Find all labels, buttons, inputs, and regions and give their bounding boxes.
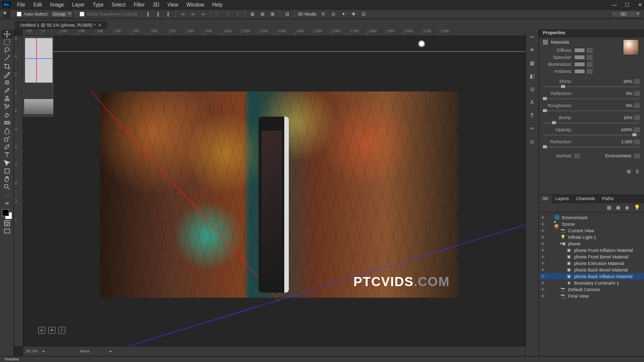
canvas[interactable]: PTCVIDS.COM ⊕ ✥ ⇕ xyxy=(23,36,525,346)
texture-folder-icon[interactable] xyxy=(587,62,593,67)
dodge-tool[interactable] xyxy=(2,135,13,143)
menu-help[interactable]: Help xyxy=(208,1,227,9)
visibility-eye-icon[interactable] xyxy=(541,248,548,253)
value-slider[interactable] xyxy=(543,97,640,101)
quickmask-tool[interactable] xyxy=(2,219,13,227)
visibility-eye-icon[interactable] xyxy=(541,222,548,227)
texture-folder-icon[interactable] xyxy=(634,115,640,120)
color-swatch[interactable] xyxy=(574,69,585,74)
visibility-eye-icon[interactable] xyxy=(541,254,548,259)
tree-row[interactable]: ◐Boundary Constraint 1 xyxy=(539,280,644,286)
tree-row[interactable]: 💡Infinite Light 1 xyxy=(539,234,644,240)
texture-folder-icon[interactable] xyxy=(587,55,593,60)
secondary-view[interactable] xyxy=(23,36,53,117)
marquee-tool[interactable] xyxy=(2,38,13,46)
edit-toolbar[interactable]: ⋯ xyxy=(2,191,13,199)
prop-value[interactable]: 0% xyxy=(615,103,632,108)
screenmode-tool[interactable] xyxy=(2,227,13,235)
arrange-icon[interactable]: ⊟ xyxy=(283,10,291,18)
hand-tool[interactable] xyxy=(2,175,13,183)
material-preview-sphere[interactable] xyxy=(623,39,639,55)
value-slider[interactable] xyxy=(543,109,640,113)
color-panel-icon[interactable]: 👁 xyxy=(528,45,537,54)
filter-mesh-icon[interactable]: ▣ xyxy=(616,205,622,211)
show-transform-checkbox[interactable] xyxy=(79,12,85,17)
visibility-eye-icon[interactable] xyxy=(541,215,548,220)
tree-row[interactable]: 📷Final View xyxy=(539,293,644,299)
env-folder-icon[interactable] xyxy=(634,153,640,158)
tab-close-icon[interactable]: × xyxy=(99,23,101,28)
workspace-dropdown[interactable]: 3D xyxy=(611,11,641,18)
orbit-icon[interactable]: ↻ xyxy=(319,10,328,18)
dolly-widget-icon[interactable]: ⇕ xyxy=(58,327,65,334)
tree-row[interactable]: ▣phone Back Bevel Material xyxy=(539,266,644,273)
pan-icon[interactable]: ✦ xyxy=(340,10,348,18)
menu-file[interactable]: File xyxy=(13,1,29,9)
close-button[interactable]: ✕ xyxy=(634,1,642,9)
history-panel-icon[interactable]: ↩ xyxy=(528,32,537,41)
align-left-icon[interactable]: ‖ xyxy=(144,10,152,18)
gradient-tool[interactable] xyxy=(2,119,13,127)
visibility-eye-icon[interactable] xyxy=(541,267,548,273)
maximize-button[interactable]: ☐ xyxy=(621,1,629,9)
visibility-eye-icon[interactable] xyxy=(541,274,548,279)
prop-value[interactable]: 1.000 xyxy=(615,139,632,144)
prop-value[interactable]: 100% xyxy=(615,127,632,132)
tab-paths[interactable]: Paths xyxy=(599,195,617,203)
tree-row[interactable]: 📷Default Camera xyxy=(539,286,644,293)
auto-align-icon[interactable]: ⊞ xyxy=(249,10,257,18)
texture-folder-icon[interactable] xyxy=(587,69,593,74)
tab-channels[interactable]: Channels xyxy=(573,195,599,203)
styles-panel-icon[interactable]: ⊟ xyxy=(528,84,537,94)
visibility-eye-icon[interactable] xyxy=(541,287,548,292)
align-top-icon[interactable]: ═ xyxy=(179,10,187,18)
group-dropdown[interactable]: Group xyxy=(50,11,73,18)
visibility-eye-icon[interactable] xyxy=(541,235,548,240)
menu-type[interactable]: Type xyxy=(89,1,108,9)
scale-icon[interactable]: ⊡ xyxy=(360,10,368,18)
zoom-tool[interactable] xyxy=(2,183,13,191)
menu-layer[interactable]: Layer xyxy=(68,1,89,9)
zoom-value[interactable]: 55.1% xyxy=(26,349,38,353)
history-brush-tool[interactable] xyxy=(2,103,13,111)
align-bottom-icon[interactable]: ═ xyxy=(199,10,207,18)
3d-axis-widget[interactable]: ⊕ ✥ ⇕ xyxy=(38,327,65,334)
color-swatch[interactable] xyxy=(574,62,585,67)
menu-select[interactable]: Select xyxy=(108,1,130,9)
type-tool[interactable] xyxy=(2,151,13,159)
filter-material-icon[interactable]: ◉ xyxy=(625,205,631,211)
roll-icon[interactable]: ⊙ xyxy=(330,10,338,18)
texture-folder-icon[interactable] xyxy=(587,48,593,53)
eraser-tool[interactable] xyxy=(2,111,13,119)
visibility-eye-icon[interactable] xyxy=(541,228,548,233)
normal-folder-icon[interactable] xyxy=(574,153,580,158)
pen-tool[interactable] xyxy=(2,143,13,151)
value-slider[interactable] xyxy=(543,85,640,89)
distribute-icon[interactable]: ⋮ xyxy=(234,10,242,18)
auto-align3-icon[interactable]: ⊞ xyxy=(269,10,277,18)
menu-3d[interactable]: 3D xyxy=(149,1,164,9)
pan-widget-icon[interactable]: ✥ xyxy=(48,327,55,334)
prop-value[interactable]: 20% xyxy=(615,79,632,84)
tree-row[interactable]: ▾▣phone xyxy=(539,240,644,247)
prop-value[interactable]: 10% xyxy=(615,115,632,120)
align-right-icon[interactable]: ‖ xyxy=(165,10,173,18)
minimize-button[interactable]: — xyxy=(608,1,616,9)
menu-window[interactable]: Window xyxy=(182,1,208,9)
visibility-eye-icon[interactable] xyxy=(541,261,548,266)
tab-3d[interactable]: 3D xyxy=(539,195,552,203)
orbit-widget-icon[interactable]: ⊕ xyxy=(38,327,45,334)
paragraph-panel-icon[interactable]: ¶ xyxy=(528,111,537,120)
timeline-panel[interactable]: Timeline xyxy=(0,356,644,362)
brush-panel-icon[interactable]: ✂ xyxy=(528,124,537,133)
value-slider[interactable] xyxy=(543,133,640,137)
switch-colors-icon[interactable]: ⇄ xyxy=(2,199,13,207)
stamp-tool[interactable] xyxy=(2,95,13,103)
properties-header[interactable]: Properties xyxy=(539,29,644,38)
color-swatch[interactable] xyxy=(574,48,585,53)
eyedropper-tool[interactable] xyxy=(2,70,13,78)
swatches-panel-icon[interactable]: ▦ xyxy=(528,58,537,67)
trash-icon[interactable]: 🗑 xyxy=(635,168,640,174)
tree-row[interactable]: ▣phone Front Bevel Material xyxy=(539,253,644,260)
status-arrow-icon[interactable]: ▸ xyxy=(110,349,112,353)
